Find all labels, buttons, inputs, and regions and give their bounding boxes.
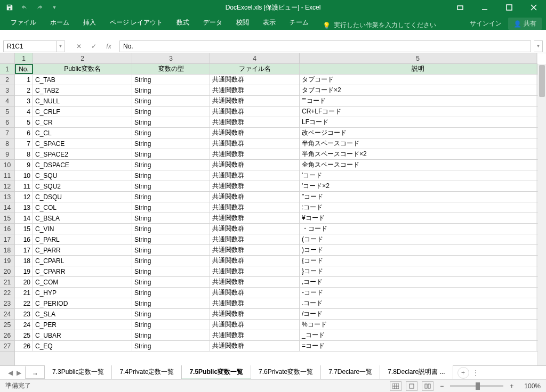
header-cell[interactable]: 説明 [300, 64, 536, 74]
cell[interactable]: 5 [15, 117, 33, 127]
sheet-tab[interactable]: 7.5Public変数一覧 [181, 365, 251, 380]
cell[interactable]: String [132, 170, 210, 181]
tab-formulas[interactable]: 数式 [170, 15, 196, 30]
zoom-in-button[interactable]: + [508, 382, 516, 390]
cell[interactable]: 共通関数群 [210, 320, 300, 330]
view-page-break-button[interactable] [422, 381, 433, 391]
cell[interactable]: 1 [15, 75, 33, 85]
cell[interactable]: 共通関数群 [210, 149, 300, 159]
cell[interactable]: 共通関数群 [210, 266, 300, 276]
view-page-layout-button[interactable] [406, 381, 417, 391]
cell[interactable]: C_PER [33, 320, 132, 330]
column-header[interactable]: 1 [15, 53, 33, 63]
cell[interactable]: C_SQU [33, 170, 132, 181]
tell-me-search[interactable]: 💡 実行したい作業を入力してください [323, 21, 436, 30]
cell[interactable]: String [132, 266, 210, 276]
row-header[interactable]: 19 [0, 256, 14, 266]
cell[interactable]: String [132, 160, 210, 170]
cell[interactable]: 共通関数群 [210, 213, 300, 223]
minimize-button[interactable] [472, 0, 497, 15]
cell[interactable]: String [132, 149, 210, 159]
signin-link[interactable]: サインイン [470, 19, 502, 28]
row-header[interactable]: 22 [0, 288, 14, 298]
cell[interactable]: /コード [300, 309, 536, 319]
cell[interactable]: 共通関数群 [210, 192, 300, 202]
cell[interactable]: 改ページコード [300, 128, 536, 138]
row-header[interactable]: 17 [0, 234, 14, 245]
cell[interactable]: ,コード [300, 277, 536, 287]
cell[interactable]: =コード [300, 341, 536, 351]
cell[interactable]: String [132, 181, 210, 191]
cell[interactable]: C_SQU2 [33, 181, 132, 191]
qat-dropdown[interactable]: ▼ [48, 1, 61, 14]
cell[interactable]: 12 [15, 192, 33, 202]
share-button[interactable]: 👤 共有 [508, 18, 542, 30]
cell[interactable]: C_CPARL [33, 256, 132, 266]
column-header[interactable]: 5 [300, 53, 536, 63]
row-header[interactable]: 8 [0, 138, 14, 149]
cell[interactable]: 19 [15, 266, 33, 276]
row-header[interactable]: 14 [0, 202, 14, 213]
sheet-nav-prev[interactable]: ◀ [6, 369, 14, 377]
row-header[interactable]: 10 [0, 160, 14, 170]
cell[interactable]: 共通関数群 [210, 96, 300, 106]
row-header[interactable]: 25 [0, 320, 14, 330]
scrollbar-thumb[interactable] [539, 65, 545, 97]
view-normal-button[interactable] [390, 381, 402, 391]
cell[interactable]: 共通関数群 [210, 309, 300, 319]
cell[interactable]: C_NULL [33, 96, 132, 106]
enter-formula-button[interactable]: ✓ [89, 43, 99, 50]
row-header[interactable]: 4 [0, 96, 14, 107]
sheet-tab[interactable]: 7.7Declare一覧 [320, 365, 380, 380]
cell[interactable]: String [132, 245, 210, 255]
cell[interactable]: 共通関数群 [210, 117, 300, 127]
tab-insert[interactable]: 挿入 [77, 15, 102, 30]
row-header[interactable]: 24 [0, 309, 14, 320]
maximize-button[interactable] [497, 0, 521, 15]
cell[interactable]: 共通関数群 [210, 138, 300, 149]
cell[interactable]: 7 [15, 138, 33, 149]
ribbon-display-button[interactable] [448, 0, 472, 15]
cell[interactable]: 24 [15, 320, 33, 330]
cell[interactable]: String [132, 138, 210, 149]
cell[interactable]: C_SPACE2 [33, 149, 132, 159]
cell[interactable]: 4 [15, 107, 33, 117]
cell[interactable]: 17 [15, 245, 33, 255]
zoom-out-button[interactable]: − [438, 382, 446, 390]
cell[interactable]: 16 [15, 234, 33, 244]
cell[interactable]: 共通関数群 [210, 181, 300, 191]
cell[interactable]: 11 [15, 181, 33, 191]
cell[interactable]: 15 [15, 224, 33, 234]
cell[interactable]: }コード [300, 266, 536, 276]
redo-button[interactable] [33, 1, 46, 14]
cell[interactable]: 13 [15, 202, 33, 213]
cell[interactable]: 8 [15, 149, 33, 159]
cell[interactable]: 共通関数群 [210, 341, 300, 351]
cell[interactable]: 25 [15, 330, 33, 340]
column-header[interactable]: 3 [132, 53, 210, 63]
cell[interactable]: 共通関数群 [210, 245, 300, 255]
row-header[interactable]: 6 [0, 117, 14, 128]
tab-review[interactable]: 校閲 [230, 15, 255, 30]
cell[interactable]: 共通関数群 [210, 160, 300, 170]
row-header[interactable]: 15 [0, 213, 14, 224]
cell[interactable]: 共通関数群 [210, 256, 300, 266]
close-button[interactable] [521, 0, 546, 15]
cell[interactable]: 2 [15, 85, 33, 95]
cell[interactable]: 共通関数群 [210, 170, 300, 181]
row-header[interactable]: 27 [0, 341, 14, 352]
cell[interactable]: 3 [15, 96, 33, 106]
cell[interactable]: C_COM [33, 277, 132, 287]
cell[interactable]: String [132, 128, 210, 138]
sheet-tab-ellipsis[interactable]: ... [25, 366, 45, 379]
cell[interactable]: String [132, 107, 210, 117]
cell[interactable]: LFコード [300, 117, 536, 127]
cell[interactable]: C_CPARR [33, 266, 132, 276]
cell[interactable]: String [132, 192, 210, 202]
cell[interactable]: 共通関数群 [210, 298, 300, 308]
cell[interactable]: String [132, 298, 210, 308]
cell[interactable]: C_CRLF [33, 107, 132, 117]
cell[interactable]: String [132, 277, 210, 287]
save-button[interactable] [3, 1, 16, 14]
formula-expand-button[interactable]: ▼ [534, 40, 543, 52]
